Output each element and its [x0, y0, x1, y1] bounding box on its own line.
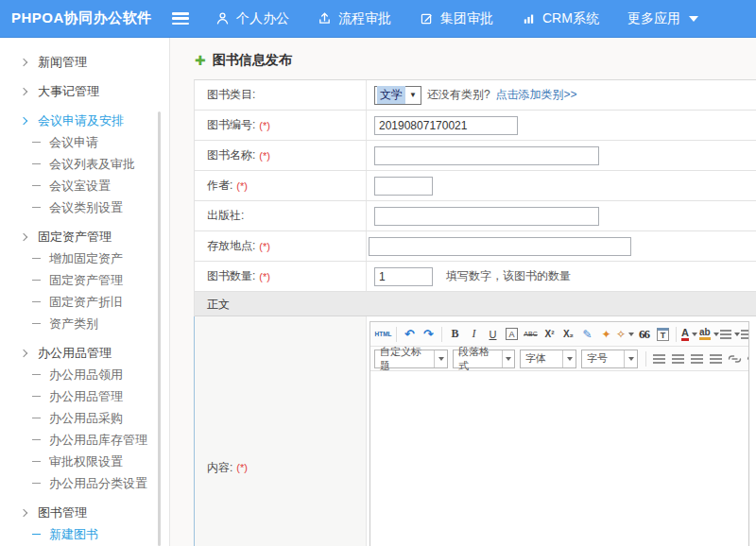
- sidebar-group-office-supplies[interactable]: 办公用品管理: [0, 342, 169, 364]
- location-input[interactable]: [369, 237, 631, 256]
- editor-content-area[interactable]: [370, 371, 748, 546]
- page-title: 图书信息发布: [213, 52, 292, 69]
- nav-more-apps[interactable]: 更多应用: [627, 10, 698, 27]
- link-button[interactable]: [726, 350, 744, 367]
- form-row-author: 作者:(*): [195, 171, 756, 201]
- dash-icon: [32, 418, 41, 419]
- dash-icon: [32, 374, 41, 376]
- align-left-button[interactable]: [650, 350, 668, 367]
- sidebar: 新闻管理 大事记管理 会议申请及安排 会议申请 会议列表及审批 会议室设置 会议…: [0, 38, 170, 546]
- form-row-category: 图书类目: 文学 ▼ 还没有类别? 点击添加类别>>: [195, 80, 756, 111]
- sidebar-item-supplies-inventory[interactable]: 办公用品库存管理: [0, 429, 169, 451]
- strikethrough-icon[interactable]: ABC: [522, 325, 540, 343]
- font-size-select[interactable]: 字号: [581, 350, 638, 368]
- superscript-icon[interactable]: X²: [541, 325, 558, 343]
- sidebar-item-add-asset[interactable]: 增加固定资产: [0, 247, 169, 269]
- dash-icon: [32, 163, 41, 165]
- paragraph-format-select[interactable]: 段落格式: [453, 350, 515, 368]
- sidebar-item-asset-depreciation[interactable]: 固定资产折旧: [0, 291, 169, 313]
- eraser-icon[interactable]: ✎: [578, 325, 596, 343]
- rich-text-editor: HTML ↶ ↷ B I U A ABC X² X₂ ✎ ✦: [369, 321, 749, 546]
- user-icon: [215, 11, 230, 26]
- unlink-button[interactable]: [745, 350, 748, 367]
- menu-toggle-icon[interactable]: [172, 12, 189, 25]
- sidebar-scrollbar[interactable]: [158, 111, 161, 546]
- align-right-icon: [691, 354, 703, 364]
- redo-icon[interactable]: ↷: [420, 325, 438, 343]
- sidebar-item-supplies-manage[interactable]: 办公用品管理: [0, 385, 169, 407]
- sidebar-item-asset-manage[interactable]: 固定资产管理: [0, 269, 169, 291]
- caret-down-icon: [689, 16, 698, 22]
- nav-personal-office[interactable]: 个人办公: [215, 10, 289, 27]
- quantity-input[interactable]: [374, 267, 433, 286]
- required-mark: (*): [259, 241, 270, 252]
- dash-icon: [32, 461, 41, 463]
- sidebar-group-milestones[interactable]: 大事记管理: [0, 80, 169, 102]
- editor-toolbar-row2: 自定义标题 段落格式 字体 字号: [370, 347, 748, 371]
- link-icon: [728, 354, 742, 364]
- sidebar-item-asset-category[interactable]: 资产类别: [0, 313, 169, 334]
- sidebar-item-meeting-room[interactable]: 会议室设置: [0, 175, 169, 196]
- align-right-button[interactable]: [688, 350, 706, 367]
- align-center-button[interactable]: [669, 350, 687, 367]
- sidebar-group-fixed-assets[interactable]: 固定资产管理: [0, 226, 169, 247]
- chevron-right-icon: [20, 58, 27, 65]
- select-caret-icon: ▼: [405, 91, 421, 99]
- publisher-input[interactable]: [374, 207, 599, 226]
- font-border-icon[interactable]: A: [506, 328, 517, 340]
- sidebar-group-books[interactable]: 图书管理: [0, 502, 169, 523]
- form-row-book-no: 图书编号:(*): [195, 111, 756, 141]
- sidebar-item-meeting-list[interactable]: 会议列表及审批: [0, 153, 169, 175]
- category-hint: 还没有类别?: [427, 87, 490, 103]
- required-mark: (*): [259, 150, 270, 162]
- unordered-list-icon: [741, 330, 748, 339]
- font-family-select[interactable]: 字体: [520, 350, 576, 368]
- sidebar-item-meeting-apply[interactable]: 会议申请: [0, 131, 169, 153]
- sidebar-item-supplies-claim[interactable]: 办公用品领用: [0, 364, 169, 385]
- sidebar-item-new-book[interactable]: 新建图书: [0, 523, 169, 545]
- author-input[interactable]: [374, 177, 433, 196]
- top-header: PHPOA协同办公软件 个人办公 流程审批 集团审批 CRM系统 更多应用: [0, 0, 756, 38]
- bold-icon[interactable]: B: [446, 325, 464, 343]
- clear-format-icon[interactable]: ✦: [597, 325, 615, 343]
- sidebar-item-supplies-category[interactable]: 办公用品分类设置: [0, 472, 169, 494]
- font-color-button[interactable]: A: [680, 325, 698, 343]
- category-select[interactable]: 文学 ▼: [374, 86, 421, 105]
- sidebar-group-news[interactable]: 新闻管理: [0, 51, 169, 73]
- main-content: ✚ 图书信息发布 图书类目: 文学 ▼ 还没有类别? 点击添加类别>> 图书编号…: [170, 38, 756, 546]
- html-source-button[interactable]: HTML: [374, 325, 392, 343]
- nav-group-approval[interactable]: 集团审批: [420, 10, 493, 27]
- dash-icon: [32, 301, 41, 303]
- form-row-location: 存放地点:(*): [195, 231, 756, 262]
- custom-title-select[interactable]: 自定义标题: [374, 350, 448, 368]
- nav-crm-system[interactable]: CRM系统: [522, 10, 599, 27]
- dash-icon: [32, 207, 41, 209]
- add-category-link[interactable]: 点击添加类别>>: [496, 87, 577, 103]
- form-row-quantity: 图书数量:(*) 填写数字，该图书的数量: [195, 262, 756, 292]
- dash-icon: [32, 534, 41, 536]
- subscript-icon[interactable]: X₂: [559, 325, 577, 343]
- nav-workflow-approval[interactable]: 流程审批: [318, 10, 391, 27]
- chevron-right-icon: [20, 349, 27, 356]
- sidebar-item-meeting-category[interactable]: 会议类别设置: [0, 196, 169, 218]
- align-left-icon: [653, 354, 665, 364]
- undo-icon[interactable]: ↶: [401, 325, 419, 343]
- sidebar-item-supplies-purchase[interactable]: 办公用品采购: [0, 407, 169, 429]
- format-painter-button[interactable]: ✧: [616, 325, 634, 343]
- unordered-list-button[interactable]: [741, 325, 748, 343]
- bar-chart-icon: [522, 11, 536, 26]
- underline-icon[interactable]: U: [484, 325, 502, 343]
- ordered-list-button[interactable]: [720, 325, 740, 343]
- blockquote-icon[interactable]: 66: [635, 325, 653, 343]
- paste-text-button[interactable]: T: [654, 325, 672, 343]
- format-painter-icon: ✧: [616, 328, 626, 341]
- sidebar-group-meeting[interactable]: 会议申请及安排: [0, 110, 169, 131]
- sidebar-item-approval-permission[interactable]: 审批权限设置: [0, 451, 169, 472]
- app-logo: PHPOA协同办公软件: [0, 9, 159, 27]
- chevron-right-icon: [20, 87, 27, 94]
- highlight-color-button[interactable]: ab: [699, 325, 719, 343]
- book-no-input[interactable]: [374, 116, 518, 135]
- justify-button[interactable]: [707, 350, 725, 367]
- italic-icon[interactable]: I: [465, 325, 483, 343]
- book-name-input[interactable]: [374, 146, 599, 165]
